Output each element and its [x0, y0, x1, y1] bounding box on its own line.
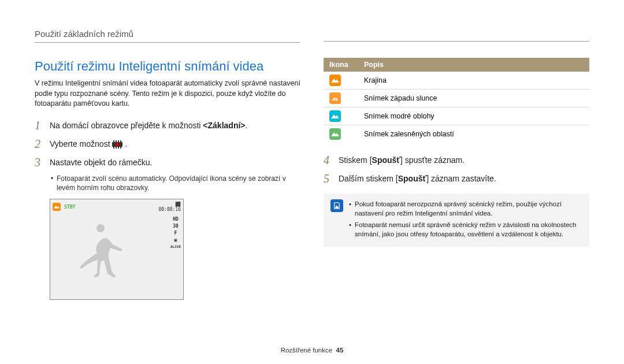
table-head-icon: Ikona	[324, 58, 358, 72]
intro-text: V režimu Inteligentní snímání videa foto…	[35, 79, 300, 109]
step-number: 4	[324, 153, 339, 167]
step-text: Stiskem [Spoušť] spusťte záznam.	[339, 153, 465, 166]
step-text: Nastavte objekt do rámečku.	[50, 155, 152, 169]
step-text: Dalším stiskem [Spoušť] záznam zastavíte…	[339, 172, 496, 185]
table-row: Krajina	[324, 72, 589, 90]
table-cell: Snímek modré oblohy	[358, 107, 589, 125]
sunset-icon	[329, 92, 341, 104]
table-cell: Snímek západu slunce	[358, 90, 589, 107]
landscape-icon	[53, 203, 61, 211]
breadcrumb: Použití základních režimů	[35, 29, 300, 39]
timer-label: ⬛ 00:00:16	[158, 202, 181, 212]
icon-description-table: Ikona Popis Krajina Snímek západu slunce…	[324, 58, 589, 143]
movie-mode-icon	[112, 140, 122, 148]
table-row: Snímek zalesněných oblastí	[324, 125, 589, 143]
stby-label: STBY	[64, 205, 75, 210]
table-cell: Snímek zalesněných oblastí	[358, 125, 589, 143]
forest-icon	[329, 128, 341, 140]
step-number: 5	[324, 172, 339, 185]
note-box: Pokud fotoaparát nerozpozná správný scén…	[324, 194, 589, 247]
skater-silhouette	[69, 222, 138, 294]
table-cell: Krajina	[358, 72, 589, 90]
table-row: Snímek modré oblohy	[324, 107, 589, 125]
section-title: Použití režimu Inteligentní snímání vide…	[35, 59, 300, 74]
table-row: Snímek západu slunce	[324, 90, 589, 107]
landscape-icon	[329, 75, 341, 86]
step-number: 2	[35, 137, 50, 151]
bluesky-icon	[329, 110, 341, 122]
step-number: 3	[35, 155, 50, 169]
step-text: Vyberte možnost .	[50, 137, 127, 150]
note-icon	[330, 199, 343, 212]
table-head-desc: Popis	[358, 58, 589, 72]
page-footer: Rozšířené funkce 45	[0, 347, 624, 354]
divider	[324, 41, 589, 42]
camera-preview: STBY ⬛ 00:00:16 HD 30 F ▣ ALIVE	[50, 199, 184, 300]
step-text: Na domácí obrazovce přejděte k možnosti …	[50, 118, 247, 132]
divider	[35, 42, 300, 43]
steps-right: 4 Stiskem [Spoušť] spusťte záznam. 5 Dal…	[324, 153, 589, 185]
step-number: 1	[35, 118, 50, 132]
preview-sidebar: HD 30 F ▣ ALIVE	[170, 217, 181, 248]
note-item: Pokud fotoaparát nerozpozná správný scén…	[349, 199, 582, 218]
steps-left: 1 Na domácí obrazovce přejděte k možnost…	[35, 118, 300, 169]
note-item: Fotoaparát nemusí určit správně scénický…	[349, 220, 582, 239]
step-subtext: Fotoaparát zvolí scénu automaticky. Odpo…	[57, 174, 300, 194]
